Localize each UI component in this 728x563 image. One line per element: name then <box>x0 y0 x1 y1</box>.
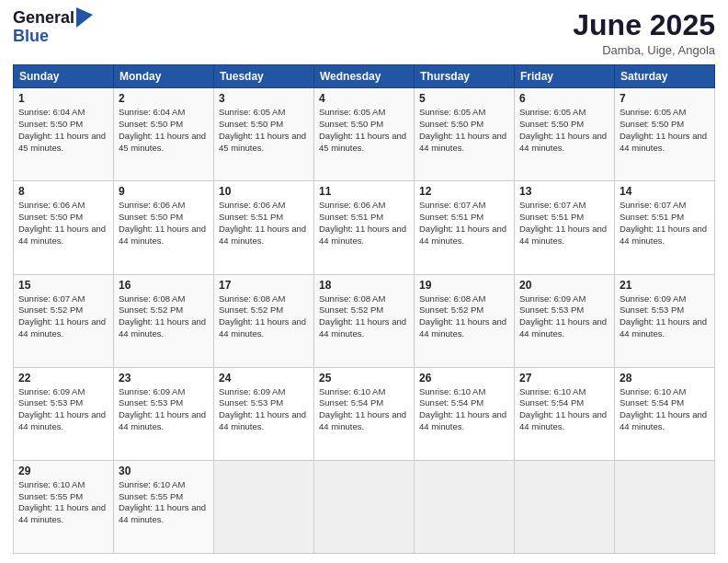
calendar-cell: 16Sunrise: 6:08 AMSunset: 5:52 PMDayligh… <box>114 274 214 367</box>
calendar-week-1: 1Sunrise: 6:04 AMSunset: 5:50 PMDaylight… <box>14 88 715 181</box>
calendar-cell: 1Sunrise: 6:04 AMSunset: 5:50 PMDaylight… <box>14 88 114 181</box>
day-number: 11 <box>319 185 409 198</box>
day-number: 9 <box>119 185 209 198</box>
day-number: 12 <box>419 185 509 198</box>
day-number: 24 <box>219 372 309 385</box>
day-info: Sunrise: 6:04 AMSunset: 5:50 PMDaylight:… <box>18 107 108 154</box>
day-info: Sunrise: 6:05 AMSunset: 5:50 PMDaylight:… <box>519 107 609 154</box>
calendar-cell: 9Sunrise: 6:06 AMSunset: 5:50 PMDaylight… <box>114 181 214 274</box>
day-info: Sunrise: 6:08 AMSunset: 5:52 PMDaylight:… <box>319 293 409 340</box>
calendar-header-sunday: Sunday <box>14 65 114 88</box>
day-number: 2 <box>119 92 209 105</box>
calendar-cell: 10Sunrise: 6:06 AMSunset: 5:51 PMDayligh… <box>214 181 314 274</box>
day-number: 25 <box>319 372 409 385</box>
day-info: Sunrise: 6:10 AMSunset: 5:54 PMDaylight:… <box>319 386 409 433</box>
day-info: Sunrise: 6:06 AMSunset: 5:50 PMDaylight:… <box>119 200 209 247</box>
day-number: 14 <box>620 185 710 198</box>
calendar-week-4: 22Sunrise: 6:09 AMSunset: 5:53 PMDayligh… <box>14 367 715 460</box>
calendar-header-thursday: Thursday <box>415 65 515 88</box>
header: General Blue June 2025 Damba, Uige, Ango… <box>13 9 715 57</box>
day-info: Sunrise: 6:10 AMSunset: 5:54 PMDaylight:… <box>519 386 609 433</box>
calendar-cell: 8Sunrise: 6:06 AMSunset: 5:50 PMDaylight… <box>14 181 114 274</box>
logo-general-text: General <box>13 9 74 28</box>
day-number: 30 <box>119 465 209 477</box>
day-number: 6 <box>519 92 609 105</box>
location: Damba, Uige, Angola <box>573 43 715 57</box>
calendar-cell <box>415 460 515 553</box>
calendar-cell: 2Sunrise: 6:04 AMSunset: 5:50 PMDaylight… <box>114 88 214 181</box>
calendar-header-row: SundayMondayTuesdayWednesdayThursdayFrid… <box>14 65 715 88</box>
day-info: Sunrise: 6:06 AMSunset: 5:50 PMDaylight:… <box>18 200 108 247</box>
day-number: 27 <box>519 372 609 385</box>
calendar-cell: 24Sunrise: 6:09 AMSunset: 5:53 PMDayligh… <box>214 367 314 460</box>
calendar-cell: 20Sunrise: 6:09 AMSunset: 5:53 PMDayligh… <box>515 274 615 367</box>
calendar-cell: 12Sunrise: 6:07 AMSunset: 5:51 PMDayligh… <box>415 181 515 274</box>
calendar-cell: 4Sunrise: 6:05 AMSunset: 5:50 PMDaylight… <box>314 88 415 181</box>
day-number: 4 <box>319 92 409 105</box>
calendar-cell: 23Sunrise: 6:09 AMSunset: 5:53 PMDayligh… <box>114 367 214 460</box>
calendar-cell <box>615 460 715 553</box>
day-info: Sunrise: 6:09 AMSunset: 5:53 PMDaylight:… <box>119 386 209 433</box>
calendar-cell: 25Sunrise: 6:10 AMSunset: 5:54 PMDayligh… <box>314 367 415 460</box>
day-info: Sunrise: 6:07 AMSunset: 5:51 PMDaylight:… <box>620 200 710 247</box>
day-number: 10 <box>219 185 309 198</box>
calendar-cell: 7Sunrise: 6:05 AMSunset: 5:50 PMDaylight… <box>615 88 715 181</box>
day-number: 23 <box>119 372 209 385</box>
day-number: 5 <box>419 92 509 105</box>
calendar-week-3: 15Sunrise: 6:07 AMSunset: 5:52 PMDayligh… <box>14 274 715 367</box>
day-info: Sunrise: 6:05 AMSunset: 5:50 PMDaylight:… <box>219 107 309 154</box>
calendar-cell: 21Sunrise: 6:09 AMSunset: 5:53 PMDayligh… <box>615 274 715 367</box>
calendar-header-monday: Monday <box>114 65 214 88</box>
day-number: 29 <box>18 465 108 477</box>
calendar-cell: 26Sunrise: 6:10 AMSunset: 5:54 PMDayligh… <box>415 367 515 460</box>
calendar-cell: 17Sunrise: 6:08 AMSunset: 5:52 PMDayligh… <box>214 274 314 367</box>
month-title: June 2025 <box>573 9 715 41</box>
calendar-table: SundayMondayTuesdayWednesdayThursdayFrid… <box>13 64 715 554</box>
calendar-cell: 29Sunrise: 6:10 AMSunset: 5:55 PMDayligh… <box>14 460 114 553</box>
day-number: 21 <box>620 279 710 292</box>
day-info: Sunrise: 6:10 AMSunset: 5:54 PMDaylight:… <box>419 386 509 433</box>
day-number: 19 <box>419 279 509 292</box>
logo-text: General Blue <box>13 9 93 46</box>
day-info: Sunrise: 6:04 AMSunset: 5:50 PMDaylight:… <box>119 107 209 154</box>
day-number: 15 <box>18 279 108 292</box>
day-info: Sunrise: 6:05 AMSunset: 5:50 PMDaylight:… <box>419 107 509 154</box>
day-info: Sunrise: 6:10 AMSunset: 5:54 PMDaylight:… <box>620 386 710 433</box>
day-number: 3 <box>219 92 309 105</box>
day-number: 8 <box>18 185 108 198</box>
calendar-week-5: 29Sunrise: 6:10 AMSunset: 5:55 PMDayligh… <box>14 460 715 553</box>
day-number: 18 <box>319 279 409 292</box>
calendar-header-friday: Friday <box>515 65 615 88</box>
day-number: 26 <box>419 372 509 385</box>
day-info: Sunrise: 6:05 AMSunset: 5:50 PMDaylight:… <box>620 107 710 154</box>
calendar-cell: 14Sunrise: 6:07 AMSunset: 5:51 PMDayligh… <box>615 181 715 274</box>
day-info: Sunrise: 6:08 AMSunset: 5:52 PMDaylight:… <box>219 293 309 340</box>
calendar-cell <box>314 460 415 553</box>
calendar-cell: 5Sunrise: 6:05 AMSunset: 5:50 PMDaylight… <box>415 88 515 181</box>
day-info: Sunrise: 6:06 AMSunset: 5:51 PMDaylight:… <box>319 200 409 247</box>
day-number: 28 <box>620 372 710 385</box>
day-info: Sunrise: 6:09 AMSunset: 5:53 PMDaylight:… <box>18 386 108 433</box>
calendar-header-saturday: Saturday <box>615 65 715 88</box>
day-number: 16 <box>119 279 209 292</box>
day-info: Sunrise: 6:05 AMSunset: 5:50 PMDaylight:… <box>319 107 409 154</box>
day-info: Sunrise: 6:09 AMSunset: 5:53 PMDaylight:… <box>219 386 309 433</box>
day-info: Sunrise: 6:06 AMSunset: 5:51 PMDaylight:… <box>219 200 309 247</box>
calendar-header-wednesday: Wednesday <box>314 65 415 88</box>
calendar-week-2: 8Sunrise: 6:06 AMSunset: 5:50 PMDaylight… <box>14 181 715 274</box>
day-info: Sunrise: 6:09 AMSunset: 5:53 PMDaylight:… <box>519 293 609 340</box>
calendar-cell: 13Sunrise: 6:07 AMSunset: 5:51 PMDayligh… <box>515 181 615 274</box>
page: General Blue June 2025 Damba, Uige, Ango… <box>0 0 728 563</box>
day-info: Sunrise: 6:08 AMSunset: 5:52 PMDaylight:… <box>419 293 509 340</box>
day-info: Sunrise: 6:10 AMSunset: 5:55 PMDaylight:… <box>18 479 108 526</box>
logo-blue-text: Blue <box>13 28 93 46</box>
svg-marker-0 <box>76 7 93 28</box>
calendar-cell: 15Sunrise: 6:07 AMSunset: 5:52 PMDayligh… <box>14 274 114 367</box>
day-number: 13 <box>519 185 609 198</box>
calendar-cell: 19Sunrise: 6:08 AMSunset: 5:52 PMDayligh… <box>415 274 515 367</box>
day-info: Sunrise: 6:10 AMSunset: 5:55 PMDaylight:… <box>119 479 209 526</box>
calendar-cell <box>214 460 314 553</box>
day-number: 1 <box>18 92 108 105</box>
day-number: 20 <box>519 279 609 292</box>
day-number: 22 <box>18 372 108 385</box>
